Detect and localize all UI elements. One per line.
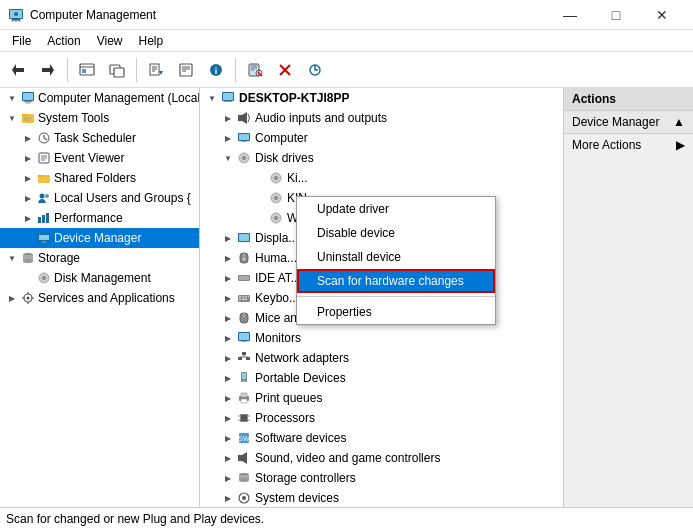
disk-ki-label: Ki... [287, 171, 308, 185]
svg-point-49 [45, 194, 49, 198]
device-manager-label: Device Manager [54, 231, 141, 245]
task-scheduler-icon [36, 130, 52, 146]
tree-disk-management[interactable]: Disk Management [0, 268, 199, 288]
svg-rect-101 [241, 341, 247, 342]
svg-point-110 [243, 380, 245, 382]
sound-icon [236, 450, 252, 466]
show-console-button[interactable] [73, 56, 101, 84]
update-button[interactable] [301, 56, 329, 84]
hid-label: Huma... [255, 251, 297, 265]
computer-device-icon [236, 130, 252, 146]
tree-system-tools[interactable]: ▼ System Tools [0, 108, 199, 128]
svg-rect-33 [24, 101, 32, 102]
menu-action[interactable]: Action [39, 32, 88, 50]
disk-w-icon [268, 210, 284, 226]
menu-view[interactable]: View [89, 32, 131, 50]
device-software[interactable]: ▶ SW Software devices [200, 428, 563, 448]
tree-shared-folders[interactable]: ▶ Shared Folders [0, 168, 199, 188]
tree-event-viewer[interactable]: ▶ Event Viewer [0, 148, 199, 168]
ctx-scan-hardware[interactable]: Scan for hardware changes [297, 269, 495, 293]
device-network[interactable]: ▶ Network adapters [200, 348, 563, 368]
scan-button[interactable] [241, 56, 269, 84]
device-system[interactable]: ▶ System devices [200, 488, 563, 507]
device-disk-drives[interactable]: ▼ Disk drives [200, 148, 563, 168]
svg-point-80 [274, 196, 278, 200]
actions-more-arrow: ▶ [676, 138, 685, 152]
device-print[interactable]: ▶ Print queues [200, 388, 563, 408]
services-expand-icon: ▶ [4, 290, 20, 306]
svg-marker-71 [242, 112, 247, 124]
ctx-disable-device[interactable]: Disable device [297, 221, 495, 245]
ctx-properties[interactable]: Properties [297, 300, 495, 324]
network-label: Network adapters [255, 351, 349, 365]
svg-text:SW: SW [238, 435, 250, 442]
status-text: Scan for changed or new Plug and Play de… [6, 512, 264, 526]
tree-task-scheduler[interactable]: ▶ Task Scheduler [0, 128, 199, 148]
disk-ki-icon [268, 170, 284, 186]
info-button[interactable]: i [202, 56, 230, 84]
forward-button[interactable] [34, 56, 62, 84]
title-bar: Computer Management — □ ✕ [0, 0, 693, 30]
left-panel: ▼ Computer Management (Local ▼ System To… [0, 88, 200, 507]
device-storage-ctrl[interactable]: ▶ Storage controllers [200, 468, 563, 488]
svg-rect-96 [242, 299, 247, 301]
device-disk-ki[interactable]: Ki... [200, 168, 563, 188]
disk-drives-icon [236, 150, 252, 166]
menu-file[interactable]: File [4, 32, 39, 50]
network-icon [236, 350, 252, 366]
network-expand-icon: ▶ [220, 350, 236, 366]
svg-rect-113 [241, 399, 247, 403]
device-processors[interactable]: ▶ Processors [200, 408, 563, 428]
sound-expand-icon: ▶ [220, 450, 236, 466]
device-computer[interactable]: ▶ Computer [200, 128, 563, 148]
display-expand-icon: ▶ [220, 230, 236, 246]
maximize-button[interactable]: □ [593, 0, 639, 30]
print-expand-icon: ▶ [220, 390, 236, 406]
back-button[interactable] [4, 56, 32, 84]
new-window-button[interactable] [103, 56, 131, 84]
tree-device-manager[interactable]: Device Manager [0, 228, 199, 248]
tree-local-users[interactable]: ▶ Local Users and Groups { [0, 188, 199, 208]
svg-point-126 [239, 478, 249, 482]
ctx-update-driver[interactable]: Update driver [297, 197, 495, 221]
event-viewer-label: Event Viewer [54, 151, 124, 165]
svg-point-4 [14, 12, 18, 16]
svg-rect-51 [42, 215, 45, 223]
print-label: Print queues [255, 391, 322, 405]
svg-rect-47 [38, 175, 43, 177]
disk-kin-icon [268, 190, 284, 206]
toolbar-sep-2 [136, 58, 137, 82]
device-monitors[interactable]: ▶ Monitors [200, 328, 563, 348]
svg-rect-74 [241, 141, 247, 142]
actions-more[interactable]: More Actions ▶ [564, 134, 693, 156]
disk-mgmt-icon [36, 270, 52, 286]
mice-expand-icon: ▶ [220, 310, 236, 326]
toolbar-sep-1 [67, 58, 68, 82]
svg-rect-122 [238, 455, 242, 461]
svg-line-41 [44, 138, 47, 140]
storage-ctrl-label: Storage controllers [255, 471, 356, 485]
processors-label: Processors [255, 411, 315, 425]
tree-performance[interactable]: ▶ Performance [0, 208, 199, 228]
computer-device-label: Computer [255, 131, 308, 145]
delete-button[interactable] [271, 56, 299, 84]
close-button[interactable]: ✕ [639, 0, 685, 30]
actions-subheader[interactable]: Device Manager ▲ [564, 111, 693, 134]
minimize-button[interactable]: — [547, 0, 593, 30]
system-device-icon [236, 490, 252, 506]
performance-icon [36, 210, 52, 226]
tree-storage[interactable]: ▼ Storage [0, 248, 199, 268]
export-button[interactable] [142, 56, 170, 84]
menu-help[interactable]: Help [131, 32, 172, 50]
tree-root[interactable]: ▼ Computer Management (Local [0, 88, 199, 108]
tree-services[interactable]: ▶ Services and Applications [0, 288, 199, 308]
ctx-uninstall-device[interactable]: Uninstall device [297, 245, 495, 269]
properties-button[interactable] [172, 56, 200, 84]
device-manager-icon [36, 230, 52, 246]
device-sound[interactable]: ▶ Sound, video and game controllers [200, 448, 563, 468]
services-icon [20, 290, 36, 306]
device-audio[interactable]: ▶ Audio inputs and outputs [200, 108, 563, 128]
device-portable[interactable]: ▶ Portable Devices [200, 368, 563, 388]
computer-name-label: DESKTOP-KTJI8PP [239, 91, 349, 105]
monitors-icon [236, 330, 252, 346]
